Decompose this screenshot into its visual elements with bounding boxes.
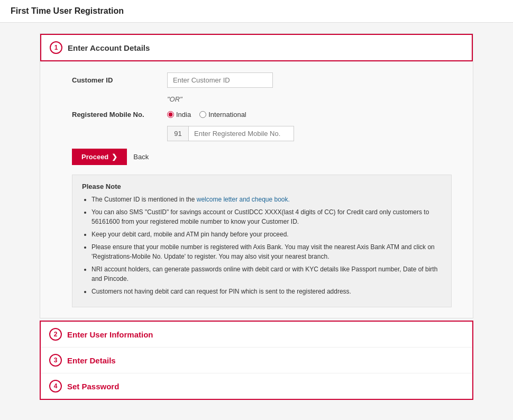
mobile-number-input[interactable] bbox=[188, 126, 294, 141]
note-item-3: Keep your debit card, mobile and ATM pin… bbox=[91, 230, 442, 239]
note-item-1: The Customer ID is mentioned in the welc… bbox=[91, 195, 442, 204]
radio-international-label[interactable]: International bbox=[199, 111, 246, 118]
or-text: "OR" bbox=[167, 95, 452, 103]
proceed-arrow-icon: ❯ bbox=[112, 153, 117, 161]
step3-item: 3 Enter Details bbox=[41, 348, 472, 373]
step1-body: Customer ID "OR" Registered Mobile No. I… bbox=[40, 61, 473, 318]
action-row: Proceed ❯ Back bbox=[72, 149, 452, 165]
radio-india-label[interactable]: India bbox=[167, 111, 191, 118]
customer-id-row: Customer ID bbox=[72, 72, 452, 88]
customer-id-input[interactable] bbox=[167, 72, 273, 88]
note-box: Please Note The Customer ID is mentioned… bbox=[72, 175, 452, 307]
note-item-5: NRI account holders, can generate passwo… bbox=[91, 264, 442, 284]
step4-item: 4 Set Password bbox=[41, 373, 472, 399]
radio-international[interactable] bbox=[199, 111, 206, 118]
page-header: First Time User Registration bbox=[0, 0, 513, 23]
mobile-row: Registered Mobile No. India Internationa… bbox=[72, 111, 452, 118]
radio-international-text: International bbox=[208, 111, 246, 118]
step2-title: Enter User Information bbox=[67, 330, 153, 339]
step1-number: 1 bbox=[50, 41, 62, 54]
mobile-input-row: 91 bbox=[72, 126, 452, 141]
main-content: 1 Enter Account Details Customer ID "OR"… bbox=[29, 23, 484, 413]
back-link[interactable]: Back bbox=[133, 153, 149, 161]
mobile-label: Registered Mobile No. bbox=[72, 111, 167, 118]
note-link-1[interactable]: welcome letter and cheque book. bbox=[197, 196, 290, 203]
mobile-radio-group: India International bbox=[167, 111, 246, 118]
note-item-2: You can also SMS "CustID" for savings ac… bbox=[91, 207, 442, 226]
step2-number: 2 bbox=[49, 328, 62, 341]
proceed-button[interactable]: Proceed ❯ bbox=[72, 149, 127, 165]
step3-title: Enter Details bbox=[67, 356, 116, 365]
step1-container: 1 Enter Account Details Customer ID "OR"… bbox=[40, 33, 473, 318]
step4-number: 4 bbox=[49, 380, 62, 392]
step2-item: 2 Enter User Information bbox=[41, 322, 472, 348]
step4-title: Set Password bbox=[67, 382, 119, 391]
country-code: 91 bbox=[167, 126, 188, 141]
radio-india-text: India bbox=[176, 111, 191, 118]
radio-india[interactable] bbox=[167, 111, 174, 118]
note-item-6: Customers not having debit card can requ… bbox=[91, 287, 442, 296]
note-list: The Customer ID is mentioned in the welc… bbox=[82, 195, 442, 296]
note-item-4: Please ensure that your mobile number is… bbox=[91, 242, 442, 261]
step1-title: Enter Account Details bbox=[68, 43, 150, 52]
page-title: First Time User Registration bbox=[11, 6, 502, 16]
step1-header: 1 Enter Account Details bbox=[40, 34, 473, 61]
steps-234-container: 2 Enter User Information 3 Enter Details… bbox=[40, 321, 473, 400]
mobile-input-group: 91 bbox=[167, 126, 294, 141]
note-title: Please Note bbox=[82, 182, 442, 190]
customer-id-label: Customer ID bbox=[72, 76, 167, 84]
step3-number: 3 bbox=[49, 354, 62, 367]
proceed-label: Proceed bbox=[81, 153, 108, 161]
